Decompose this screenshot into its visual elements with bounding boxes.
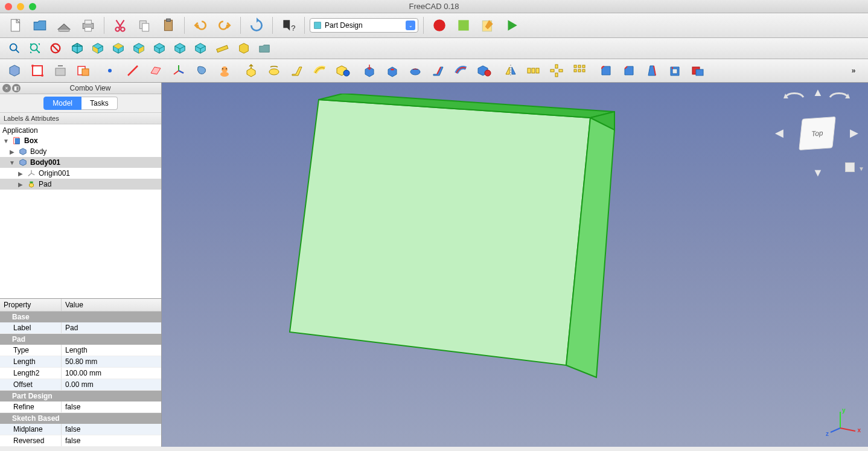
expand-icon[interactable]: ▶: [17, 181, 24, 188]
close-window-button[interactable]: [5, 3, 12, 10]
additive-primitive-button[interactable]: [333, 62, 353, 80]
additive-pipe-button[interactable]: [310, 62, 330, 80]
expand-icon[interactable]: ▶: [8, 149, 16, 155]
draft-button[interactable]: [642, 62, 662, 80]
new-file-button[interactable]: [5, 16, 27, 35]
navcube-menu-icon[interactable]: ▼: [858, 165, 864, 172]
front-view-button[interactable]: [88, 39, 107, 57]
prop-refine[interactable]: Refinefalse: [0, 401, 161, 413]
model-geometry[interactable]: [289, 94, 627, 408]
panel-float-button[interactable]: ◧: [12, 84, 21, 92]
chamfer-button[interactable]: [619, 62, 639, 80]
minimize-window-button[interactable]: [17, 3, 24, 10]
toolbar-expand-button[interactable]: »: [844, 62, 863, 80]
subtractive-loft-button[interactable]: [429, 62, 448, 80]
bottom-view-button[interactable]: [170, 39, 190, 57]
prop-label[interactable]: LabelPad: [0, 322, 161, 334]
tree-body001[interactable]: ▼ Body001: [0, 157, 161, 168]
nav-left-arrow[interactable]: ◀: [775, 126, 783, 139]
navigation-cube[interactable]: ▲ ▼ ◀ ▶ Top ▼: [771, 89, 862, 179]
prop-length[interactable]: Length50.80 mm: [0, 356, 161, 368]
navcube-mini[interactable]: [845, 162, 855, 172]
fit-all-button[interactable]: [5, 39, 24, 57]
pocket-button[interactable]: [360, 62, 379, 80]
datum-point-button[interactable]: [100, 62, 120, 80]
maximize-window-button[interactable]: [29, 3, 36, 10]
whats-this-button[interactable]: ?: [278, 16, 299, 35]
nav-down-arrow[interactable]: ▼: [812, 167, 823, 179]
tab-tasks[interactable]: Tasks: [81, 97, 118, 110]
fillet-button[interactable]: [596, 62, 616, 80]
panel-close-button[interactable]: ×: [2, 84, 11, 92]
tree-document[interactable]: ▼ Box: [0, 135, 161, 146]
measure-button[interactable]: [212, 39, 232, 57]
tree-root[interactable]: Application: [0, 126, 161, 135]
redo-button[interactable]: [214, 16, 235, 35]
additive-loft-button[interactable]: [287, 62, 307, 80]
copy-button[interactable]: [133, 16, 155, 35]
tab-model[interactable]: Model: [43, 97, 81, 110]
prop-reversed[interactable]: Reversedfalse: [0, 435, 161, 447]
expand-icon[interactable]: ▼: [8, 159, 16, 166]
cut-button[interactable]: [109, 16, 131, 35]
subtractive-pipe-button[interactable]: [452, 62, 471, 80]
prop-type[interactable]: TypeLength: [0, 345, 161, 356]
datum-cs-button[interactable]: [169, 62, 188, 80]
refresh-button[interactable]: [246, 16, 267, 35]
group-button[interactable]: [255, 39, 274, 57]
print-button[interactable]: [77, 16, 99, 35]
svg-rect-23: [56, 68, 65, 75]
tree-origin[interactable]: ▶ Origin001: [0, 168, 161, 179]
polar-pattern-button[interactable]: [547, 62, 566, 80]
boolean-button[interactable]: [688, 62, 707, 80]
right-view-button[interactable]: [129, 39, 148, 57]
shapebinder-button[interactable]: [192, 62, 211, 80]
subtractive-primitive-button[interactable]: [474, 62, 494, 80]
macro-play-button[interactable]: [501, 16, 523, 35]
linear-pattern-button[interactable]: [524, 62, 543, 80]
prop-offset[interactable]: Offset0.00 mm: [0, 379, 161, 391]
nav-right-arrow[interactable]: ▶: [850, 126, 858, 139]
create-body-button[interactable]: [5, 62, 24, 80]
isometric-view-button[interactable]: [68, 39, 87, 57]
datum-line-button[interactable]: [123, 62, 142, 80]
thickness-button[interactable]: [665, 62, 685, 80]
prop-length2[interactable]: Length2100.00 mm: [0, 368, 161, 379]
rotate-cw-icon[interactable]: [827, 90, 851, 104]
macro-record-button[interactable]: [429, 16, 450, 35]
fit-selection-button[interactable]: [25, 39, 45, 57]
hole-button[interactable]: [383, 62, 402, 80]
rear-view-button[interactable]: [150, 39, 169, 57]
rotate-ccw-icon[interactable]: [782, 90, 806, 104]
multitransform-button[interactable]: [570, 62, 589, 80]
top-view-button[interactable]: [109, 39, 128, 57]
expand-icon[interactable]: ▼: [2, 138, 10, 144]
create-sketch-button[interactable]: [28, 62, 47, 80]
undo-button[interactable]: [190, 16, 211, 35]
paste-button[interactable]: [158, 16, 179, 35]
tree-pad[interactable]: ▶ Pad: [0, 179, 161, 190]
macro-edit-button[interactable]: [477, 16, 499, 35]
mirror-button[interactable]: [501, 62, 520, 80]
datum-plane-button[interactable]: [146, 62, 165, 80]
revolution-button[interactable]: [264, 62, 284, 80]
save-button[interactable]: [53, 16, 75, 35]
prop-midplane[interactable]: Midplanefalse: [0, 424, 161, 435]
macro-stop-button[interactable]: [453, 16, 474, 35]
model-tree[interactable]: Application ▼ Box ▶ Body ▼ Body001 ▶ Ori…: [0, 124, 161, 298]
3d-viewport[interactable]: ▲ ▼ ◀ ▶ Top ▼ y x z: [162, 83, 868, 447]
edit-sketch-button[interactable]: [51, 62, 70, 80]
open-file-button[interactable]: [29, 16, 51, 35]
pad-button[interactable]: [241, 62, 261, 80]
expand-icon[interactable]: ▶: [17, 170, 24, 177]
nav-up-arrow[interactable]: ▲: [812, 86, 823, 99]
clone-button[interactable]: [215, 62, 234, 80]
left-view-button[interactable]: [191, 39, 210, 57]
workbench-selector[interactable]: Part Design ⌄: [310, 18, 418, 33]
map-sketch-button[interactable]: [74, 62, 93, 80]
tree-body[interactable]: ▶ Body: [0, 146, 161, 157]
navcube-face[interactable]: Top: [799, 117, 835, 150]
groove-button[interactable]: [406, 62, 425, 80]
part-button[interactable]: [234, 39, 254, 57]
draw-style-button[interactable]: [46, 39, 65, 57]
